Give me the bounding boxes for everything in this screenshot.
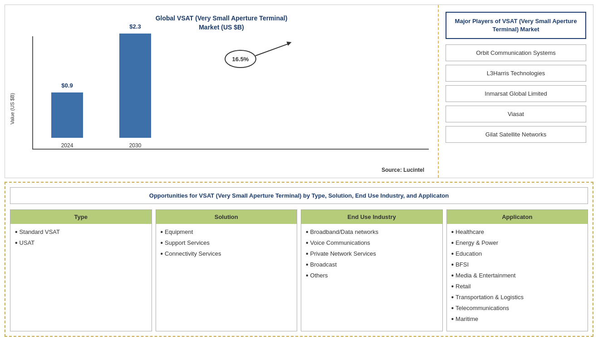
bar-rect-2024 xyxy=(51,92,83,138)
bar-value-2030: $2.3 xyxy=(129,23,141,30)
source-text: Source: Lucintel xyxy=(14,167,429,173)
application-header: Applicaton xyxy=(447,210,588,224)
bar-label-2024: 2024 xyxy=(61,142,74,149)
bullet-icon: • xyxy=(451,261,454,268)
bullet-icon: • xyxy=(15,239,18,247)
player-item-3: Inmarsat Global Limited xyxy=(446,85,586,102)
cagr-annotation: 16.5% xyxy=(225,50,256,68)
chart-area: Global VSAT (Very Small Aperture Termina… xyxy=(5,5,439,178)
end-use-items: • Broadband/Data networks • Voice Commun… xyxy=(301,228,442,279)
y-axis-label: Value (US $B) xyxy=(10,93,15,125)
bullet-icon: • xyxy=(306,272,309,279)
bullet-icon: • xyxy=(161,228,163,236)
bullet-icon: • xyxy=(306,261,309,268)
player-item-1: Orbit Communication Systems xyxy=(446,44,586,61)
bars-container: 16.5% $0.9 2024 $2.3 xyxy=(32,36,429,150)
major-players-title: Major Players of VSAT (Very Small Apertu… xyxy=(446,12,586,39)
bullet-icon: • xyxy=(451,315,454,323)
bullet-icon: • xyxy=(161,239,163,247)
app-item-1: • Healthcare xyxy=(451,228,583,236)
player-item-2: L3Harris Technologies xyxy=(446,65,586,82)
end-use-item-5: • Others xyxy=(306,272,438,279)
solution-item-1: • Equipment xyxy=(161,228,293,236)
bar-value-2024: $0.9 xyxy=(61,82,73,89)
solution-column: Solution • Equipment • Support Services … xyxy=(156,209,298,331)
type-item-1: • Standard VSAT xyxy=(15,228,147,236)
main-container: Global VSAT (Very Small Aperture Termina… xyxy=(0,0,598,364)
end-use-header: End Use Industry xyxy=(301,210,442,224)
cagr-ellipse: 16.5% xyxy=(225,50,256,68)
app-item-6: • Retail xyxy=(451,283,583,290)
app-item-7: • Transportation & Logistics xyxy=(451,294,583,301)
bullet-icon: • xyxy=(15,228,18,236)
end-use-column: End Use Industry • Broadband/Data networ… xyxy=(301,209,443,331)
y-axis-label-wrapper: Value (US $B) xyxy=(14,36,32,150)
bullet-icon: • xyxy=(451,305,454,312)
major-players-panel: Major Players of VSAT (Very Small Apertu… xyxy=(439,5,593,178)
type-items: • Standard VSAT • USAT xyxy=(10,228,152,247)
bullet-icon: • xyxy=(451,228,454,236)
bar-rect-2030 xyxy=(119,34,151,138)
chart-title: Global VSAT (Very Small Aperture Termina… xyxy=(14,14,429,32)
end-use-item-4: • Broadcast xyxy=(306,261,438,268)
solution-header: Solution xyxy=(156,210,297,224)
player-item-5: Gilat Satellite Networks xyxy=(446,126,586,143)
solution-item-3: • Connectivity Services xyxy=(161,250,293,257)
type-header: Type xyxy=(10,210,152,224)
app-item-5: • Media & Entertainment xyxy=(451,272,583,279)
bullet-icon: • xyxy=(451,272,454,279)
player-item-4: Viasat xyxy=(446,106,586,122)
opportunities-title: Opportunities for VSAT (Very Small Apert… xyxy=(10,187,588,204)
solution-item-2: • Support Services xyxy=(161,239,293,247)
bottom-section: Opportunities for VSAT (Very Small Apert… xyxy=(5,182,593,337)
end-use-item-2: • Voice Communications xyxy=(306,239,438,247)
type-column: Type • Standard VSAT • USAT xyxy=(10,209,152,331)
top-section: Global VSAT (Very Small Aperture Termina… xyxy=(5,5,593,178)
app-item-2: • Energy & Power xyxy=(451,239,583,247)
bullet-icon: • xyxy=(451,250,454,257)
app-item-3: • Education xyxy=(451,250,583,257)
opportunities-grid: Type • Standard VSAT • USAT Solution xyxy=(10,209,588,331)
bullet-icon: • xyxy=(161,250,163,257)
arrow-head xyxy=(286,40,292,46)
solution-items: • Equipment • Support Services • Connect… xyxy=(156,228,297,257)
end-use-item-3: • Private Network Services xyxy=(306,250,438,257)
app-item-9: • Maritime xyxy=(451,315,583,323)
bullet-icon: • xyxy=(451,283,454,290)
bullet-icon: • xyxy=(306,250,309,257)
bullet-icon: • xyxy=(306,228,309,236)
chart-wrapper: Value (US $B) 16.5% $0.9 xyxy=(14,36,429,163)
application-items: • Healthcare • Energy & Power • Educatio… xyxy=(447,228,588,323)
type-item-2: • USAT xyxy=(15,239,147,247)
bullet-icon: • xyxy=(451,239,454,247)
application-column: Applicaton • Healthcare • Energy & Power… xyxy=(446,209,588,331)
bar-group-2024: $0.9 2024 xyxy=(51,82,83,149)
app-item-8: • Telecommunications xyxy=(451,305,583,312)
end-use-item-1: • Broadband/Data networks xyxy=(306,228,438,236)
bullet-icon: • xyxy=(451,294,454,301)
bar-group-2030: $2.3 2030 xyxy=(119,23,151,149)
bullet-icon: • xyxy=(306,239,309,247)
arrow-line xyxy=(255,43,290,56)
bar-label-2030: 2030 xyxy=(129,142,142,149)
app-item-4: • BFSI xyxy=(451,261,583,268)
